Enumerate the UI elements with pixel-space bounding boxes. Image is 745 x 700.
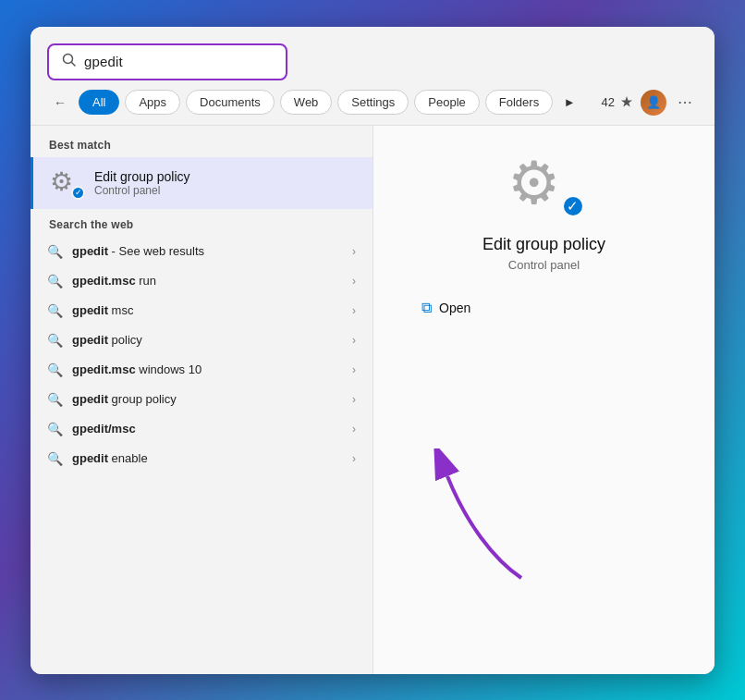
chevron-right-8: ›	[352, 452, 356, 465]
filter-people[interactable]: People	[414, 90, 479, 115]
right-panel-title: Edit group policy	[482, 235, 605, 254]
web-search-icon-6: 🔍	[47, 392, 63, 407]
chevron-right-5: ›	[352, 363, 356, 376]
web-item-4[interactable]: 🔍 gpedit policy ›	[31, 325, 372, 355]
gp-icon-large: ⚙ ✓	[507, 154, 581, 218]
big-check-badge: ✓	[561, 194, 585, 218]
filter-row: ← All Apps Documents Web Settings People…	[31, 90, 714, 126]
web-item-text-2: gpedit.msc run	[72, 274, 343, 288]
web-search-label: Search the web	[31, 218, 372, 237]
chevron-right-1: ›	[352, 245, 356, 258]
gear-icon: ⚙	[50, 166, 73, 197]
left-panel: Best match ⚙ ✓ Edit group policy Control…	[31, 126, 372, 674]
chevron-right-3: ›	[352, 304, 356, 317]
chevron-right-6: ›	[352, 393, 356, 406]
web-item-8[interactable]: 🔍 gpedit enable ›	[31, 444, 372, 473]
filter-documents[interactable]: Documents	[186, 90, 275, 115]
web-item-3[interactable]: 🔍 gpedit msc ›	[31, 296, 372, 325]
filter-all[interactable]: All	[79, 90, 119, 115]
play-button[interactable]: ►	[558, 92, 580, 114]
web-search-icon-1: 🔍	[47, 244, 63, 259]
best-match-subtitle: Control panel	[94, 184, 190, 197]
best-match-label: Best match	[31, 139, 372, 157]
web-item-2[interactable]: 🔍 gpedit.msc run ›	[31, 266, 372, 296]
more-options-button[interactable]: ⋯	[672, 90, 698, 116]
web-search-icon-8: 🔍	[47, 451, 63, 466]
open-icon: ⧉	[421, 300, 432, 316]
right-panel-subtitle: Control panel	[508, 258, 580, 272]
web-item-5[interactable]: 🔍 gpedit.msc windows 10 ›	[31, 355, 372, 385]
score-badge: 42	[602, 94, 635, 111]
web-item-text-6: gpedit group policy	[72, 392, 343, 406]
svg-line-1	[72, 62, 76, 66]
arrow-svg	[401, 448, 549, 596]
search-window: gpedit ← All Apps Documents Web Settings…	[31, 27, 714, 674]
web-item-text-7: gpedit/msc	[72, 422, 343, 436]
web-item-6[interactable]: 🔍 gpedit group policy ›	[31, 385, 372, 414]
web-item-text-4: gpedit policy	[72, 333, 343, 347]
search-bar[interactable]: gpedit	[47, 43, 287, 80]
trophy-icon	[618, 94, 635, 111]
search-icon	[62, 53, 77, 71]
search-input[interactable]: gpedit	[84, 54, 123, 69]
arrow-annotation	[401, 448, 549, 600]
best-match-title: Edit group policy	[94, 169, 190, 184]
open-button[interactable]: ⧉ Open	[410, 294, 482, 322]
filter-web[interactable]: Web	[280, 90, 333, 115]
web-search-icon-5: 🔍	[47, 362, 63, 377]
web-item-1[interactable]: 🔍 gpedit - See web results ›	[31, 237, 372, 266]
web-item-text-3: gpedit msc	[72, 303, 343, 317]
web-search-icon-2: 🔍	[47, 274, 63, 289]
back-button[interactable]: ←	[47, 90, 73, 116]
chevron-right-7: ›	[352, 423, 356, 436]
web-search-icon-3: 🔍	[47, 303, 63, 318]
check-badge-small: ✓	[71, 186, 85, 200]
web-item-text-1: gpedit - See web results	[72, 244, 343, 258]
chevron-right-4: ›	[352, 334, 356, 347]
search-bar-row: gpedit	[31, 27, 714, 90]
gp-icon-small: ⚙ ✓	[50, 166, 83, 200]
right-panel: ⚙ ✓ Edit group policy Control panel ⧉ Op…	[372, 126, 714, 674]
web-item-7[interactable]: 🔍 gpedit/msc ›	[31, 414, 372, 444]
web-search-icon-7: 🔍	[47, 422, 63, 436]
filter-folders[interactable]: Folders	[485, 90, 553, 115]
filter-settings[interactable]: Settings	[337, 90, 409, 115]
big-gear-icon: ⚙	[507, 150, 560, 216]
main-content: Best match ⚙ ✓ Edit group policy Control…	[31, 126, 714, 674]
filter-apps[interactable]: Apps	[125, 90, 180, 115]
web-item-text-8: gpedit enable	[72, 451, 343, 465]
chevron-right-2: ›	[352, 275, 356, 288]
avatar[interactable]: 👤	[641, 90, 666, 116]
web-search-icon-4: 🔍	[47, 333, 63, 348]
best-match-item[interactable]: ⚙ ✓ Edit group policy Control panel	[31, 157, 372, 209]
web-item-text-5: gpedit.msc windows 10	[72, 362, 343, 376]
web-search-section: Search the web 🔍 gpedit - See web result…	[31, 218, 372, 473]
open-label: Open	[439, 301, 470, 315]
